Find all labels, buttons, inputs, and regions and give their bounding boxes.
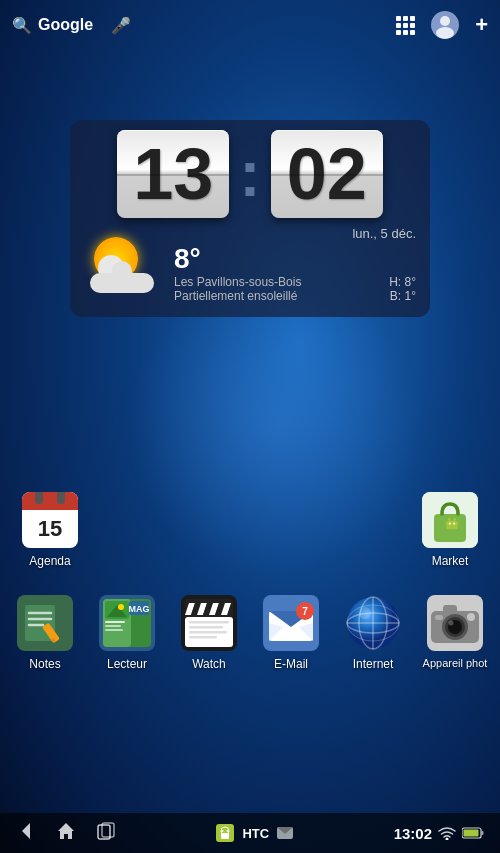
app-camera[interactable]: Appareil phot xyxy=(419,593,491,669)
svg-rect-25 xyxy=(105,621,125,623)
svg-text:MAG: MAG xyxy=(129,604,150,614)
nav-buttons xyxy=(16,821,116,846)
lecteur-icon-wrap: MAG xyxy=(97,593,157,653)
svg-point-7 xyxy=(453,518,456,521)
clock-widget: 13 : 02 lun., 5 déc. 8° Les Pavillons-so… xyxy=(70,120,430,317)
clock-hour: 13 xyxy=(133,138,213,210)
weather-row: lun., 5 déc. 8° Les Pavillons-sous-Bois … xyxy=(84,226,416,303)
grid-icon[interactable] xyxy=(396,16,415,35)
watch-label: Watch xyxy=(192,657,226,671)
internet-icon-wrap xyxy=(343,593,403,653)
weather-icon xyxy=(84,235,164,295)
weather-location: Les Pavillons-sous-Bois xyxy=(174,275,301,289)
wifi-icon xyxy=(438,826,456,840)
svg-point-6 xyxy=(448,518,451,521)
agenda-icon-wrap: 15 xyxy=(20,490,80,550)
google-text: Google xyxy=(38,16,93,34)
profile-icon[interactable] xyxy=(431,11,459,39)
svg-rect-43 xyxy=(189,636,217,639)
status-center: HTC xyxy=(216,824,293,842)
status-right: 13:02 xyxy=(394,825,484,842)
weather-low: B: 1° xyxy=(389,289,416,303)
search-area[interactable]: 🔍 Google 🎤 xyxy=(12,16,131,35)
back-button[interactable] xyxy=(16,821,36,846)
app-watch[interactable]: Watch xyxy=(173,593,245,671)
svg-rect-66 xyxy=(435,615,443,620)
home-button[interactable] xyxy=(56,821,76,846)
search-icon-wrap[interactable]: 🔍 Google xyxy=(12,16,93,35)
status-bar: HTC 13:02 xyxy=(0,813,500,853)
email-icon-wrap: 7 xyxy=(261,593,321,653)
app-row-2: Notes MAG Lecteur xyxy=(0,593,500,671)
top-bar: 🔍 Google 🎤 + xyxy=(0,0,500,50)
svg-point-64 xyxy=(449,621,454,626)
internet-label: Internet xyxy=(353,657,394,671)
notes-label: Notes xyxy=(29,657,60,671)
top-right-icons: + xyxy=(396,11,488,39)
weather-description: Partiellement ensoleillé xyxy=(174,289,301,303)
svg-point-2 xyxy=(436,27,454,39)
cloud-icon xyxy=(84,259,154,293)
clock-separator: : xyxy=(239,142,260,206)
svg-point-9 xyxy=(453,523,455,525)
camera-icon-wrap xyxy=(425,593,485,653)
svg-point-1 xyxy=(440,16,450,26)
recents-button[interactable] xyxy=(96,821,116,846)
weather-high: H: 8° xyxy=(389,275,416,289)
svg-point-24 xyxy=(118,604,124,610)
email-status-icon xyxy=(277,827,293,839)
android-status-icon xyxy=(216,824,234,842)
microphone-icon[interactable]: 🎤 xyxy=(111,16,131,35)
weather-date: lun., 5 déc. xyxy=(352,226,416,241)
market-label: Market xyxy=(432,554,469,568)
svg-rect-81 xyxy=(464,830,479,837)
weather-temp: 8° xyxy=(174,243,201,274)
svg-point-57 xyxy=(359,607,371,619)
svg-point-75 xyxy=(227,830,229,832)
svg-point-8 xyxy=(449,523,451,525)
svg-text:7: 7 xyxy=(302,606,308,617)
app-internet[interactable]: Internet xyxy=(337,593,409,671)
app-lecteur[interactable]: MAG Lecteur xyxy=(91,593,163,671)
agenda-icon: 15 xyxy=(22,492,78,548)
weather-hi-lo: H: 8° B: 1° xyxy=(389,275,416,303)
svg-point-65 xyxy=(467,613,475,621)
svg-point-74 xyxy=(222,830,224,832)
svg-rect-26 xyxy=(105,625,121,627)
market-icon xyxy=(422,492,478,548)
htc-label: HTC xyxy=(242,826,269,841)
status-time: 13:02 xyxy=(394,825,432,842)
svg-rect-41 xyxy=(189,626,223,629)
search-icon: 🔍 xyxy=(12,16,32,35)
app-row-1: 15 Agenda xyxy=(10,490,490,568)
lecteur-label: Lecteur xyxy=(107,657,147,671)
svg-rect-60 xyxy=(443,605,457,613)
svg-rect-42 xyxy=(189,631,227,634)
svg-rect-80 xyxy=(482,831,484,835)
email-label: E-Mail xyxy=(274,657,308,671)
svg-marker-68 xyxy=(58,823,74,839)
camera-label: Appareil phot xyxy=(423,657,488,669)
clock-hour-card: 13 xyxy=(117,130,229,218)
notes-icon-wrap xyxy=(15,593,75,653)
agenda-label: Agenda xyxy=(29,554,70,568)
app-agenda[interactable]: 15 Agenda xyxy=(10,490,90,568)
svg-rect-40 xyxy=(189,621,229,624)
add-icon[interactable]: + xyxy=(475,12,488,38)
market-icon-wrap xyxy=(420,490,480,550)
svg-rect-73 xyxy=(221,833,229,839)
clock-digits: 13 : 02 xyxy=(84,130,416,218)
svg-rect-5 xyxy=(446,521,457,529)
agenda-date: 15 xyxy=(22,510,78,548)
svg-rect-27 xyxy=(105,629,123,631)
battery-icon xyxy=(462,827,484,839)
app-notes[interactable]: Notes xyxy=(9,593,81,671)
app-market[interactable]: Market xyxy=(410,490,490,568)
clock-minute: 02 xyxy=(287,138,367,210)
watch-icon-wrap xyxy=(179,593,239,653)
clock-minute-card: 02 xyxy=(271,130,383,218)
app-email[interactable]: 7 E-Mail xyxy=(255,593,327,671)
svg-marker-67 xyxy=(22,823,30,839)
svg-point-78 xyxy=(446,838,449,841)
